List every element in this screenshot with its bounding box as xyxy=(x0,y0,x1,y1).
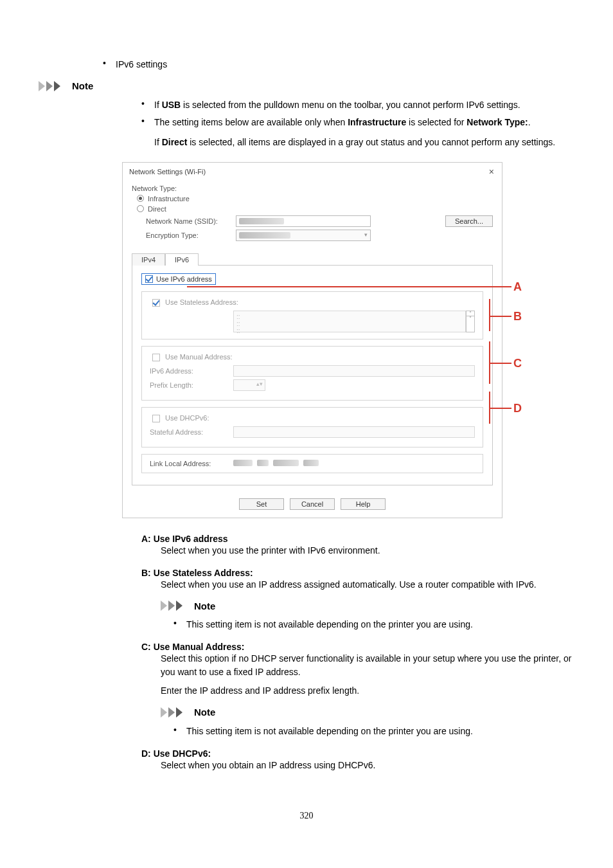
svg-marker-2 xyxy=(54,81,60,91)
ipv6-address-input[interactable] xyxy=(233,365,475,377)
use-ipv6-label: Use IPv6 address xyxy=(156,275,212,283)
radio-infrastructure[interactable] xyxy=(137,195,144,202)
tab-ipv4[interactable]: IPv4 xyxy=(132,253,165,266)
radio-direct-label: Direct xyxy=(148,205,166,213)
search-button[interactable]: Search... xyxy=(445,215,493,227)
use-dhcpv6-group: Use DHCPv6: xyxy=(150,414,212,422)
prefix-length-label: Prefix Length: xyxy=(150,381,233,389)
def-c-term: C: Use Manual Address: xyxy=(141,642,574,652)
def-b-note: This setting item is not available depen… xyxy=(186,618,574,631)
definition-a: A: Use IPv6 address Select when you use … xyxy=(141,534,574,557)
ipv6-tab-panel: Use IPv6 address Use Stateless Address: … xyxy=(132,265,493,485)
encryption-label: Encryption Type: xyxy=(146,231,236,239)
stateful-address-input xyxy=(233,426,475,438)
stateless-spinner[interactable]: ˄˅ xyxy=(466,311,475,332)
def-c-body2: Enter the IP address and IP address pref… xyxy=(161,684,574,698)
prefix-length-input[interactable]: ▴▾ xyxy=(233,379,265,391)
use-ipv6-outline: Use IPv6 address xyxy=(141,273,216,285)
use-stateless-checkbox[interactable] xyxy=(152,299,160,307)
use-manual-checkbox[interactable] xyxy=(152,354,160,361)
set-button[interactable]: Set xyxy=(239,498,284,510)
chevron-down-icon: ˅ xyxy=(466,316,474,321)
top-bullet-text: IPv6 settings xyxy=(116,58,574,71)
use-manual-group: Use Manual Address: xyxy=(150,353,235,361)
note-heading-c: Note xyxy=(161,707,574,719)
dialog-button-row: Set Cancel Help xyxy=(123,492,502,518)
radio-infrastructure-label: Infrastructure xyxy=(148,195,190,203)
bullet-dot: • xyxy=(103,58,116,68)
def-c-note: This setting item is not available depen… xyxy=(186,725,574,738)
definition-b: B: Use Stateless Address: Select when yo… xyxy=(141,568,574,632)
chevron-down-icon: ▾ xyxy=(364,231,368,238)
callout-d: D xyxy=(513,402,522,415)
def-a-term: A: Use IPv6 address xyxy=(141,534,574,544)
close-icon[interactable]: × xyxy=(486,167,497,177)
stateful-address-label: Stateful Address: xyxy=(150,428,233,436)
svg-marker-7 xyxy=(168,707,175,718)
use-stateless-group: Use Stateless Address: xyxy=(150,298,241,307)
callout-c: C xyxy=(513,357,522,370)
callouts: A B C D xyxy=(502,163,528,518)
note-heading: Note xyxy=(39,80,574,93)
tab-ipv6[interactable]: IPv6 xyxy=(165,253,199,266)
svg-marker-3 xyxy=(161,601,167,611)
use-ipv6-checkbox[interactable] xyxy=(145,275,153,283)
def-b-body: Select when you use an IP address assign… xyxy=(161,578,574,592)
def-c-body1: Select this option if no DHCP server fun… xyxy=(161,652,574,679)
svg-marker-0 xyxy=(39,81,45,91)
def-a-body: Select when you use the printer with IPv… xyxy=(161,544,574,557)
def-d-body: Select when you obtain an IP address usi… xyxy=(161,759,574,772)
def-d-term: D: Use DHCPv6: xyxy=(141,748,574,759)
callout-b: B xyxy=(513,310,522,323)
top-bullet: • IPv6 settings xyxy=(103,58,574,71)
definition-c: C: Use Manual Address: Select this optio… xyxy=(141,642,574,738)
note-arrows-icon xyxy=(161,601,190,611)
svg-marker-5 xyxy=(176,601,182,611)
stateless-list: :::::: xyxy=(233,311,466,332)
network-settings-dialog: Network Settings (Wi-Fi) × Network Type:… xyxy=(122,162,502,518)
callout-a: A xyxy=(513,280,522,294)
help-button[interactable]: Help xyxy=(341,498,386,510)
dialog-titlebar: Network Settings (Wi-Fi) × xyxy=(123,163,502,181)
dialog-title: Network Settings (Wi-Fi) xyxy=(129,168,206,176)
ipv6-address-label: IPv6 Address: xyxy=(150,367,233,375)
note-paragraph: If Direct is selected, all items are dis… xyxy=(154,136,574,149)
def-b-term: B: Use Stateless Address: xyxy=(141,568,574,578)
svg-marker-4 xyxy=(168,601,175,611)
svg-marker-6 xyxy=(161,707,167,718)
cancel-button[interactable]: Cancel xyxy=(290,498,335,510)
svg-marker-1 xyxy=(46,81,53,91)
note-label: Note xyxy=(72,80,93,91)
use-dhcpv6-checkbox[interactable] xyxy=(152,415,160,422)
note-heading-b: Note xyxy=(161,601,574,613)
network-type-label: Network Type: xyxy=(132,185,493,192)
ssid-label: Network Name (SSID): xyxy=(146,217,236,225)
note-item-1: • If USB is selected from the pulldown m… xyxy=(141,98,574,112)
definition-d: D: Use DHCPv6: Select when you obtain an… xyxy=(141,748,574,772)
link-local-label: Link Local Address: xyxy=(150,460,233,467)
svg-marker-8 xyxy=(176,707,182,718)
link-local-value xyxy=(233,460,475,467)
note-arrows-icon xyxy=(161,707,190,718)
note-arrows-icon xyxy=(39,81,68,91)
radio-direct[interactable] xyxy=(137,205,144,212)
ssid-input[interactable] xyxy=(236,215,371,227)
page-number: 320 xyxy=(39,811,574,821)
encryption-select[interactable]: ▾ xyxy=(236,230,371,241)
note-item-2: • The setting items below are available … xyxy=(141,116,574,129)
